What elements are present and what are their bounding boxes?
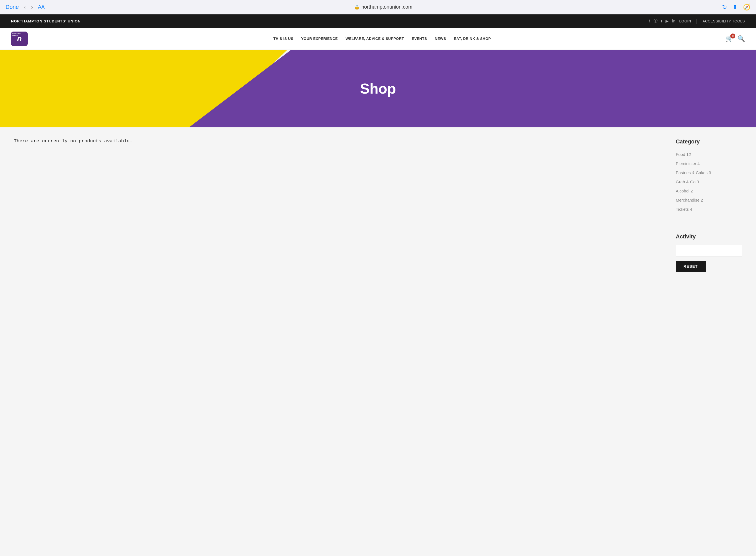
sidebar: Category Food 12 Pieminister 4 Pastries … bbox=[668, 127, 756, 294]
social-links: f Ⓘ t ▶ in bbox=[649, 19, 676, 24]
reset-button[interactable]: RESET bbox=[676, 261, 706, 272]
nav-eat-drink-shop[interactable]: EAT, DRINK & SHOP bbox=[454, 37, 491, 41]
twitter-icon[interactable]: t bbox=[661, 19, 662, 23]
category-section: Category Food 12 Pieminister 4 Pastries … bbox=[676, 138, 742, 214]
cart-button[interactable]: 🛒 0 bbox=[725, 35, 733, 42]
top-bar: NORTHAMPTON STUDENTS' UNION f Ⓘ t ▶ in L… bbox=[0, 14, 756, 28]
browser-actions: ↻ ⬆ 🧭 bbox=[722, 4, 751, 11]
sidebar-divider bbox=[676, 225, 742, 225]
no-products-message: There are currently no products availabl… bbox=[14, 138, 654, 144]
nav-this-is-us[interactable]: THIS IS US bbox=[273, 37, 293, 41]
nav-links: THIS IS US YOUR EXPERIENCE WELFARE, ADVI… bbox=[39, 37, 725, 41]
main-content: There are currently no products availabl… bbox=[0, 127, 668, 294]
search-button[interactable]: 🔍 bbox=[738, 35, 745, 42]
activity-heading: Activity bbox=[676, 234, 742, 240]
category-merchandise[interactable]: Merchandise 2 bbox=[676, 196, 742, 205]
url-bar[interactable]: 🔒 northamptonunion.com bbox=[354, 4, 412, 10]
site-title: NORTHAMPTON STUDENTS' UNION bbox=[11, 19, 81, 23]
lock-icon: 🔒 bbox=[354, 4, 360, 10]
compass-button[interactable]: 🧭 bbox=[743, 4, 751, 11]
login-link[interactable]: LOGIN bbox=[679, 19, 691, 23]
share-button[interactable]: ⬆ bbox=[732, 4, 738, 11]
facebook-icon[interactable]: f bbox=[649, 19, 650, 23]
divider: | bbox=[696, 18, 697, 24]
nav-news[interactable]: NEWS bbox=[435, 37, 446, 41]
category-heading: Category bbox=[676, 138, 742, 145]
text-size-button[interactable]: AA bbox=[38, 4, 44, 10]
category-grab-go[interactable]: Grab & Go 3 bbox=[676, 177, 742, 186]
logo-small-text: Students'Union bbox=[12, 33, 21, 37]
logo-area[interactable]: Students'Union n bbox=[11, 32, 28, 46]
category-pieminister[interactable]: Pieminister 4 bbox=[676, 159, 742, 168]
browser-chrome: Done ‹ › AA 🔒 northamptonunion.com ↻ ⬆ 🧭 bbox=[0, 0, 756, 14]
nav-your-experience[interactable]: YOUR EXPERIENCE bbox=[301, 37, 338, 41]
accessibility-link[interactable]: ACCESSIBILITY TOOLS bbox=[703, 19, 745, 23]
category-list: Food 12 Pieminister 4 Pastries & Cakes 3… bbox=[676, 150, 742, 214]
nav-welfare[interactable]: WELFARE, ADVICE & SUPPORT bbox=[346, 37, 404, 41]
refresh-button[interactable]: ↻ bbox=[722, 4, 727, 11]
instagram-icon[interactable]: Ⓘ bbox=[654, 19, 658, 24]
url-text: northamptonunion.com bbox=[362, 4, 412, 10]
youtube-icon[interactable]: ▶ bbox=[666, 19, 669, 23]
nav-right: 🛒 0 🔍 bbox=[725, 35, 745, 42]
category-alcohol[interactable]: Alcohol 2 bbox=[676, 186, 742, 196]
forward-button[interactable]: › bbox=[29, 3, 35, 11]
content-area: There are currently no products availabl… bbox=[0, 127, 756, 294]
cart-badge: 0 bbox=[730, 34, 735, 38]
done-button[interactable]: Done bbox=[5, 4, 19, 10]
logo-badge: Students'Union n bbox=[11, 32, 28, 46]
activity-section: Activity RESET bbox=[676, 234, 742, 272]
main-nav: Students'Union n THIS IS US YOUR EXPERIE… bbox=[0, 28, 756, 50]
nav-events[interactable]: EVENTS bbox=[412, 37, 427, 41]
activity-input[interactable] bbox=[676, 245, 742, 256]
hero-banner: Shop bbox=[0, 50, 756, 127]
category-pastries-cakes[interactable]: Pastries & Cakes 3 bbox=[676, 168, 742, 177]
linkedin-icon[interactable]: in bbox=[672, 19, 676, 23]
back-button[interactable]: ‹ bbox=[22, 3, 27, 11]
top-bar-right: f Ⓘ t ▶ in LOGIN | ACCESSIBILITY TOOLS bbox=[649, 18, 745, 24]
nav-arrows: ‹ › bbox=[22, 3, 35, 11]
category-tickets[interactable]: Tickets 4 bbox=[676, 205, 742, 214]
category-food[interactable]: Food 12 bbox=[676, 150, 742, 159]
hero-title: Shop bbox=[360, 80, 396, 97]
